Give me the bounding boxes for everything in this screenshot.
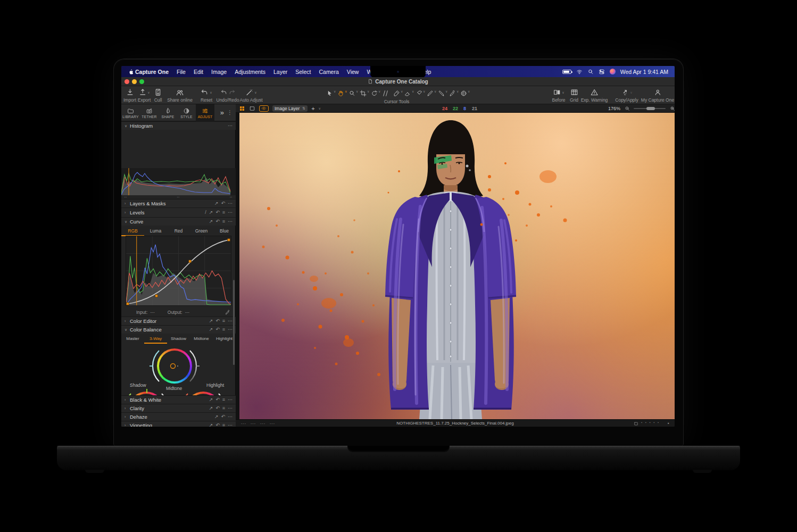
curve-tab-rgb[interactable]: RGB xyxy=(121,226,144,236)
undo-redo-button[interactable]: Undo/Redo xyxy=(216,88,239,103)
filmstrip-icon[interactable]: ▪ xyxy=(668,421,669,426)
menu-select[interactable]: Select xyxy=(295,69,311,75)
menu-bar-clock[interactable]: Wed Apr 1 9:41 AM xyxy=(620,69,668,75)
clarity-panel-header[interactable]: › Clarity ↗ ↶ ≡ ⋯ xyxy=(121,404,236,412)
menu-image[interactable]: Image xyxy=(211,69,227,75)
preset-menu-icon[interactable]: ≡ xyxy=(222,210,225,215)
cb-tab-midtone[interactable]: Midtone xyxy=(190,334,213,344)
disclosure-closed-icon[interactable]: › xyxy=(124,211,130,214)
preset-menu-icon[interactable]: ≡ xyxy=(222,406,225,411)
preset-menu-icon[interactable]: ≡ xyxy=(222,327,225,332)
preset-menu-icon[interactable]: ≡ xyxy=(222,423,225,427)
reset-adjustments-icon[interactable]: ↶ xyxy=(215,406,220,411)
preset-menu-icon[interactable]: ≡ xyxy=(222,319,225,323)
loupe-tool[interactable]: ∨ xyxy=(348,90,358,97)
levels-panel-header[interactable]: › Levels / ↗ ↶ ≡ ⋯ xyxy=(121,207,236,217)
tab-style[interactable]: STYLE xyxy=(177,104,196,121)
tab-options-icon[interactable]: ⋮ xyxy=(227,110,233,115)
reset-adjustments-icon[interactable]: ↶ xyxy=(215,319,220,323)
cb-tab-master[interactable]: Master xyxy=(121,334,144,344)
search-icon[interactable] xyxy=(587,69,594,75)
battery-icon[interactable] xyxy=(562,70,571,74)
preset-menu-icon[interactable]: ≡ xyxy=(222,397,225,402)
curve-picker-icon[interactable] xyxy=(225,310,230,315)
apple-logo-icon[interactable] xyxy=(128,69,134,75)
tab-library[interactable]: LIBRARY xyxy=(121,104,140,121)
photo-model-powder[interactable] xyxy=(239,113,675,419)
erase-mask-tool[interactable]: ∨ xyxy=(404,90,414,97)
disclosure-open-icon[interactable]: ∨ xyxy=(124,328,130,332)
spot-removal-tool[interactable]: ∨ xyxy=(449,90,459,97)
curve-tab-luma[interactable]: Luma xyxy=(144,226,167,236)
control-center-icon[interactable] xyxy=(599,69,605,75)
disclosure-closed-icon[interactable]: › xyxy=(124,406,130,410)
cb-tab-highlight[interactable]: Highlight xyxy=(213,334,236,344)
dehaze-panel-header[interactable]: › Dehaze ↗ ↶ ⋯ xyxy=(121,412,236,421)
copy-adjustments-icon[interactable]: ↗ xyxy=(209,423,213,427)
copy-apply-button[interactable]: ∨ Copy/Apply xyxy=(615,88,638,103)
cb-tab-shadow[interactable]: Shadow xyxy=(167,334,190,344)
menu-camera[interactable]: Camera xyxy=(319,69,338,75)
disclosure-closed-icon[interactable]: › xyxy=(124,423,130,427)
rotate-tool[interactable]: ∨ xyxy=(371,90,380,97)
disclosure-closed-icon[interactable]: › xyxy=(124,415,130,419)
crop-tool[interactable]: ∨ xyxy=(360,90,369,97)
menu-app-name[interactable]: Capture One xyxy=(135,69,169,75)
zoom-slider-thumb[interactable] xyxy=(646,107,655,110)
clone-tool[interactable]: ∨ xyxy=(438,90,447,97)
disclosure-open-icon[interactable]: ∨ xyxy=(124,220,130,224)
copy-adjustments-icon[interactable]: ↗ xyxy=(209,210,213,215)
zoom-in-icon[interactable] xyxy=(670,106,675,111)
add-layer-button[interactable]: + xyxy=(311,105,314,112)
black-white-panel-header[interactable]: › Black & White ↗ ↶ ≡ ⋯ xyxy=(121,395,236,404)
color-balance-panel-header[interactable]: ∨ Color Balance ↗ ↶ ≡ ⋯ xyxy=(121,325,236,334)
my-capture-one-button[interactable]: My Capture One xyxy=(641,88,674,103)
share-online-button[interactable]: Share online xyxy=(167,88,193,103)
image-viewer[interactable] xyxy=(236,113,675,419)
auto-adjust-button[interactable]: ∨ Auto Adjust xyxy=(239,88,262,103)
menu-layer[interactable]: Layer xyxy=(273,69,287,75)
straighten-tool[interactable] xyxy=(382,90,389,97)
sidebar-scrollbar[interactable] xyxy=(233,280,235,365)
multi-view-icon[interactable] xyxy=(239,105,245,112)
curve-tab-blue[interactable]: Blue xyxy=(213,226,236,236)
more-icon[interactable]: ⋯ xyxy=(228,414,233,419)
curve-canvas[interactable] xyxy=(126,236,231,306)
grid-button[interactable]: Grid xyxy=(570,88,578,103)
disclosure-closed-icon[interactable]: › xyxy=(124,202,130,205)
copy-adjustments-icon[interactable]: ↗ xyxy=(209,219,213,224)
curve-tab-red[interactable]: Red xyxy=(167,226,190,236)
tab-adjust[interactable]: ADJUST xyxy=(196,104,214,121)
reset-adjustments-icon[interactable]: ↶ xyxy=(221,414,225,419)
page-dots[interactable]: • • • • • xyxy=(641,421,660,424)
layers-masks-panel-header[interactable]: › Layers & Masks ↗ ↶ ⋯ xyxy=(121,199,236,207)
copy-adjustments-icon[interactable]: ↗ xyxy=(214,201,219,206)
reset-adjustments-icon[interactable]: ↶ xyxy=(215,397,220,402)
before-button[interactable]: ∨ Before xyxy=(552,88,565,103)
disclosure-open-icon[interactable]: ∨ xyxy=(124,124,130,128)
pen-edit-icon[interactable]: / xyxy=(205,210,206,215)
zoom-out-icon[interactable] xyxy=(625,106,630,111)
single-view-icon[interactable] xyxy=(249,105,255,112)
copy-adjustments-icon[interactable]: ↗ xyxy=(214,414,219,419)
cull-button[interactable]: Cull xyxy=(154,88,162,103)
gradient-mask-tool[interactable]: ∨ xyxy=(416,90,425,97)
proof-view-button[interactable] xyxy=(259,105,269,112)
menu-file[interactable]: File xyxy=(177,69,186,75)
disclosure-closed-icon[interactable]: › xyxy=(124,319,130,323)
reset-adjustments-icon[interactable]: ↶ xyxy=(215,327,220,332)
thumbnail-toggle-icon[interactable] xyxy=(634,421,638,426)
more-icon[interactable]: ⋯ xyxy=(228,210,233,215)
copy-adjustments-icon[interactable]: ↗ xyxy=(209,397,213,402)
reset-adjustments-icon[interactable]: ↶ xyxy=(221,201,225,206)
reset-adjustments-icon[interactable]: ↶ xyxy=(215,423,220,427)
more-icon[interactable]: ⋯ xyxy=(228,406,233,411)
select-tool[interactable]: ∨ xyxy=(326,90,336,97)
more-icon[interactable]: ⋯ xyxy=(228,219,233,224)
tab-tether[interactable]: TETHER xyxy=(140,104,159,121)
more-icon[interactable]: ⋯ xyxy=(228,397,233,402)
curve-panel-header[interactable]: ∨ Curve ↗ ↶ ≡ ⋯ xyxy=(121,217,236,226)
chevron-down-icon[interactable]: ∨ xyxy=(319,107,321,110)
preset-menu-icon[interactable]: ≡ xyxy=(222,219,225,224)
heal-tool[interactable]: ∨ xyxy=(427,90,436,97)
